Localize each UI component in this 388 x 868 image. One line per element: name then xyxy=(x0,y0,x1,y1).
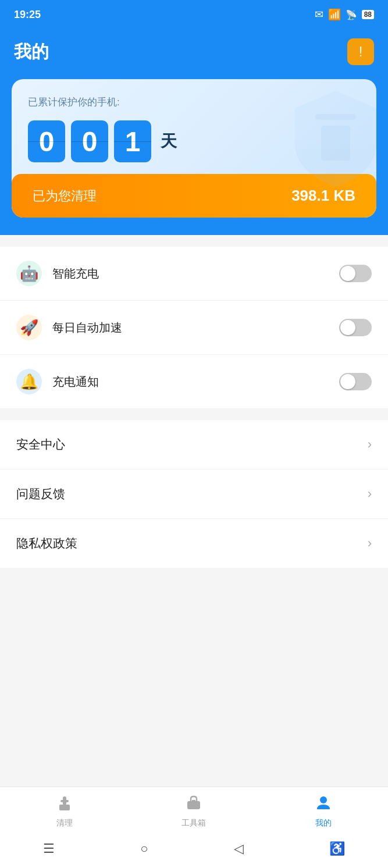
setting-daily-boost: 🚀 每日自动加速 xyxy=(0,301,388,355)
smart-charge-icon-wrap: 🤖 xyxy=(16,261,42,286)
digit-unit: 天 xyxy=(161,130,177,152)
nav-tab-mine[interactable]: 我的 xyxy=(300,794,347,828)
privacy-policy-chevron: › xyxy=(368,536,372,551)
menu-section: 安全中心 › 问题反馈 › 隐私权政策 › xyxy=(0,420,388,568)
svg-point-7 xyxy=(320,796,327,803)
charge-notify-label: 充电通知 xyxy=(52,374,339,390)
protection-card: 已累计保护你的手机: 0 0 1 天 已为您清理 398.1 KB xyxy=(12,79,376,218)
nav-tab-clean[interactable]: 清理 xyxy=(41,794,88,828)
email-icon: ✉ xyxy=(315,8,323,21)
home-button[interactable]: ○ xyxy=(140,841,148,856)
smart-charge-toggle[interactable] xyxy=(339,265,372,282)
shield-icon: ! xyxy=(359,44,363,60)
shield-badge[interactable]: ! xyxy=(347,38,374,65)
digit-2: 1 xyxy=(114,120,151,162)
rocket-icon: 🚀 xyxy=(20,319,38,337)
battery-indicator: 88 xyxy=(362,10,374,19)
menu-privacy-policy[interactable]: 隐私权政策 › xyxy=(0,519,388,568)
svg-rect-6 xyxy=(192,800,195,803)
header: 我的 ! xyxy=(0,29,388,79)
setting-smart-charge: 🤖 智能充电 xyxy=(0,247,388,301)
daily-boost-toggle[interactable] xyxy=(339,319,372,336)
security-center-label: 安全中心 xyxy=(16,436,65,453)
smart-charge-label: 智能充电 xyxy=(52,266,339,282)
wifi-icon: 📶 xyxy=(328,8,341,21)
svg-rect-0 xyxy=(321,126,350,161)
nav-tabs: 清理 工具箱 我的 xyxy=(0,787,388,833)
setting-charge-notify: 🔔 充电通知 xyxy=(0,355,388,408)
menu-security-center[interactable]: 安全中心 › xyxy=(0,420,388,469)
bottom-navigation: 清理 工具箱 我的 ☰ ○ xyxy=(0,787,388,868)
charge-notify-icon-wrap: 🔔 xyxy=(16,369,42,394)
status-time: 19:25 xyxy=(14,9,41,21)
privacy-policy-label: 隐私权政策 xyxy=(16,535,77,552)
spacer xyxy=(0,568,388,661)
digit-1: 0 xyxy=(71,120,108,162)
bell-icon: 🔔 xyxy=(20,373,38,391)
clean-label: 已为您清理 xyxy=(33,187,97,205)
mine-nav-icon xyxy=(315,794,332,816)
charge-notify-toggle[interactable] xyxy=(339,373,372,390)
android-nav-bar: ☰ ○ ◁ ♿ xyxy=(0,833,388,868)
settings-section: 🤖 智能充电 🚀 每日自动加速 🔔 充电通知 xyxy=(0,247,388,408)
page-title: 我的 xyxy=(14,40,49,64)
feedback-chevron: › xyxy=(368,486,372,501)
toolbox-nav-icon xyxy=(185,794,202,816)
digit-0: 0 xyxy=(28,120,65,162)
svg-rect-2 xyxy=(59,805,70,810)
daily-boost-label: 每日自动加速 xyxy=(52,320,339,336)
robot-icon: 🤖 xyxy=(20,265,38,283)
signal-icon: 📡 xyxy=(346,9,357,20)
toolbox-nav-label: 工具箱 xyxy=(181,818,206,828)
watermark-shield xyxy=(283,85,376,190)
clean-nav-label: 清理 xyxy=(56,818,73,828)
menu-button[interactable]: ☰ xyxy=(43,841,55,856)
svg-rect-1 xyxy=(315,114,356,120)
menu-feedback[interactable]: 问题反馈 › xyxy=(0,469,388,519)
clean-nav-icon xyxy=(56,794,73,816)
status-icons: ✉ 📶 📡 88 xyxy=(315,8,374,21)
svg-rect-4 xyxy=(60,800,69,802)
back-button[interactable]: ◁ xyxy=(234,841,244,856)
card-container: 已累计保护你的手机: 0 0 1 天 已为您清理 398.1 KB xyxy=(0,79,388,235)
status-bar: 19:25 ✉ 📶 📡 88 xyxy=(0,0,388,29)
feedback-label: 问题反馈 xyxy=(16,486,65,502)
accessibility-button[interactable]: ♿ xyxy=(329,841,345,856)
nav-tab-toolbox[interactable]: 工具箱 xyxy=(170,794,217,828)
daily-boost-icon-wrap: 🚀 xyxy=(16,315,42,340)
mine-nav-label: 我的 xyxy=(315,818,332,828)
security-center-chevron: › xyxy=(368,437,372,452)
